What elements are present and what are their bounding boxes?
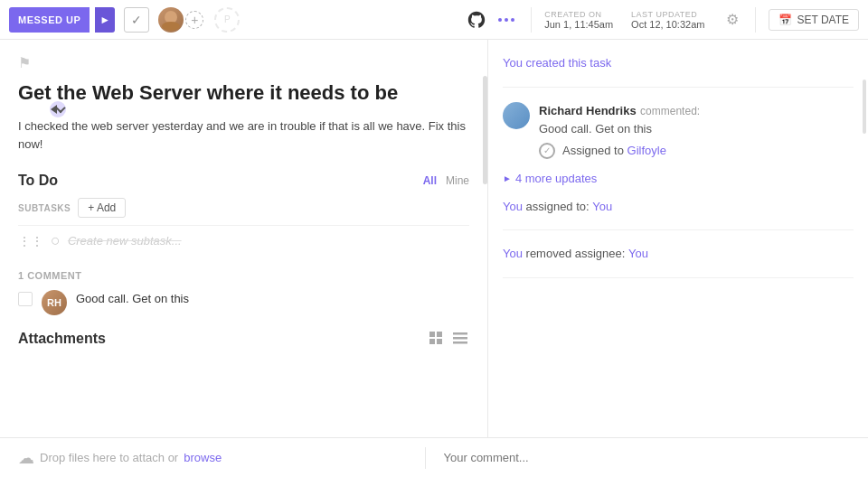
commenter-name: Richard Hendriks xyxy=(539,104,637,117)
last-updated: LAST UPDATED Oct 12, 10:32am xyxy=(631,10,704,30)
upload-area: ☁ Drop files here to attach or browse xyxy=(18,448,425,468)
svg-rect-0 xyxy=(429,332,435,337)
filter-mine[interactable]: Mine xyxy=(446,174,469,187)
assigned-you-text: You assigned to: You xyxy=(503,200,612,213)
comment-row: RH Good call. Get on this xyxy=(18,290,469,315)
check-button[interactable]: ✓ xyxy=(124,7,149,33)
commenter-action: commented: xyxy=(640,105,700,117)
comment-input[interactable] xyxy=(426,451,851,464)
view-icons xyxy=(428,330,469,348)
comment-content: Richard Hendriks commented: Good call. G… xyxy=(539,102,854,159)
subtask-drag-icon: ⋮⋮ xyxy=(18,234,43,248)
created-value: Jun 1, 11:45am xyxy=(544,19,613,30)
right-scroll-indicator[interactable] xyxy=(863,80,866,134)
top-bar: MESSED UP ► ✓ + P CREATED ON Jun 1, 11:4… xyxy=(0,0,868,40)
created-activity: You created this task xyxy=(503,54,854,88)
removed-assignee-activity: You removed assignee: You xyxy=(503,245,854,278)
svg-rect-2 xyxy=(429,339,435,344)
attachments-title: Attachments xyxy=(18,331,106,347)
you-label-1: You xyxy=(503,200,523,213)
commenter-line: Richard Hendriks commented: xyxy=(539,102,854,118)
removed-assignee-text: You removed assignee: You xyxy=(503,247,648,260)
subtask-input[interactable]: Create new subtask... xyxy=(68,234,182,248)
cursor-indicator xyxy=(50,101,66,117)
comment-checkbox[interactable] xyxy=(18,292,33,306)
todo-filters: All Mine xyxy=(423,174,469,187)
more-updates-row[interactable]: ► 4 more updates xyxy=(503,172,854,185)
subtasks-label: SUBTASKS xyxy=(18,203,71,213)
comments-section: 1 COMMENT RH Good call. Get on this xyxy=(18,270,469,315)
right-panel: You created this task Richard Hendriks c… xyxy=(488,40,868,437)
created-label: CREATED ON xyxy=(544,10,613,19)
avatar-group: + xyxy=(158,7,203,33)
assigned-name: Gilfoyle xyxy=(627,144,666,157)
github-icon[interactable] xyxy=(464,7,489,33)
todo-title: To Do xyxy=(18,173,58,189)
more-updates-text: 4 more updates xyxy=(515,172,597,185)
created-activity-text: You created this task xyxy=(503,54,854,72)
gear-icon[interactable]: ⚙ xyxy=(722,10,742,30)
task-description[interactable]: I checked the web server yesterday and w… xyxy=(18,117,469,155)
meta-section: CREATED ON Jun 1, 11:45am LAST UPDATED O… xyxy=(544,10,742,30)
todo-header: To Do All Mine xyxy=(18,173,469,189)
attachments-header: Attachments xyxy=(18,330,469,348)
status-arrow-btn[interactable]: ► xyxy=(95,7,115,33)
status-badge[interactable]: MESSED UP xyxy=(9,7,90,33)
bottom-bar: ☁ Drop files here to attach or browse xyxy=(0,437,868,477)
assignee-spinner: P xyxy=(214,7,240,33)
assigned-text: Assigned to Gilfoyle xyxy=(562,144,666,157)
main-content: ⚑ Get the Web Server where it needs to b… xyxy=(0,40,868,437)
scroll-indicator[interactable] xyxy=(483,76,487,184)
attachments-section: Attachments xyxy=(18,330,469,348)
chevron-right-icon: ► xyxy=(503,173,512,183)
upload-icon: ☁ xyxy=(18,448,34,468)
updated-value: Oct 12, 10:32am xyxy=(631,19,704,30)
more-options-btn[interactable] xyxy=(495,14,518,25)
updated-label: LAST UPDATED xyxy=(631,10,704,19)
todo-section: To Do All Mine SUBTASKS + Add ⋮⋮ ○ Creat… xyxy=(18,173,469,256)
task-title[interactable]: Get the Web Server where it needs to be xyxy=(18,80,469,107)
created-on: CREATED ON Jun 1, 11:45am xyxy=(544,10,613,30)
svg-rect-5 xyxy=(453,337,467,340)
commenter-avatar: RH xyxy=(42,290,67,315)
calendar-icon: 📅 xyxy=(778,14,792,26)
comments-count: 1 COMMENT xyxy=(18,270,469,281)
assigned-check-icon: ✓ xyxy=(539,143,555,159)
set-date-label: SET DATE xyxy=(797,14,849,26)
add-avatar-btn[interactable]: + xyxy=(185,11,203,29)
svg-rect-4 xyxy=(453,332,467,335)
avatar[interactable] xyxy=(158,7,184,33)
list-view-icon[interactable] xyxy=(451,330,469,348)
svg-rect-3 xyxy=(437,339,442,344)
svg-rect-1 xyxy=(437,332,442,337)
activity-you: You created this task xyxy=(503,56,611,70)
browse-link[interactable]: browse xyxy=(184,451,222,464)
svg-rect-6 xyxy=(453,341,467,344)
add-subtask-button[interactable]: + Add xyxy=(78,198,126,218)
left-panel: ⚑ Get the Web Server where it needs to b… xyxy=(0,40,488,437)
divider xyxy=(531,7,532,33)
commenter-activity-avatar xyxy=(503,102,530,129)
commenter-activity: Richard Hendriks commented: Good call. G… xyxy=(503,102,854,159)
subtasks-row: SUBTASKS + Add xyxy=(18,198,469,218)
activity-comment-text: Good call. Get on this xyxy=(539,122,854,136)
assigned-to-label: Assigned to xyxy=(562,144,624,157)
removed-action: removed assignee: xyxy=(526,247,628,260)
removed-you-label: You xyxy=(503,247,523,260)
comment-text: Good call. Get on this xyxy=(76,290,189,305)
you-label-2: You xyxy=(592,200,612,213)
subtask-avatar-icon: ○ xyxy=(51,231,61,250)
set-date-button[interactable]: 📅 SET DATE xyxy=(769,9,859,31)
assigned-you-activity: You assigned to: You xyxy=(503,198,854,231)
subtask-input-row: ⋮⋮ ○ Create new subtask... xyxy=(18,225,469,256)
filter-all[interactable]: All xyxy=(423,174,437,187)
flag-icon: ⚑ xyxy=(18,54,469,71)
assigned-you-action: assigned to: xyxy=(526,200,593,213)
assigned-row: ✓ Assigned to Gilfoyle xyxy=(539,143,854,159)
divider2 xyxy=(755,7,756,33)
drop-text: Drop files here to attach or xyxy=(40,451,178,464)
removed-you2: You xyxy=(628,247,648,260)
grid-view-icon[interactable] xyxy=(428,330,446,348)
